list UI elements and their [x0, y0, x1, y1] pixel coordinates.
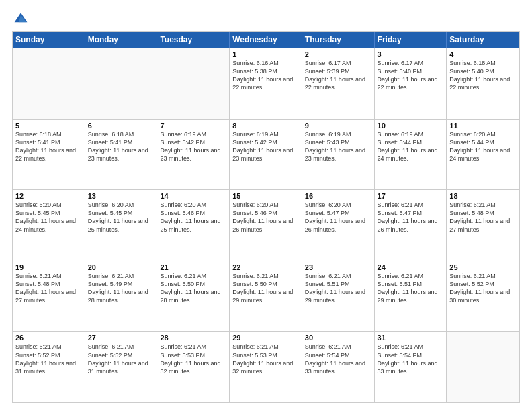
- calendar-cell: [157, 48, 230, 119]
- cell-info: Sunrise: 6:18 AMSunset: 5:41 PMDaylight:…: [15, 130, 82, 163]
- calendar-cell: 19Sunrise: 6:21 AMSunset: 5:48 PMDayligh…: [13, 261, 85, 332]
- cell-info: Sunrise: 6:21 AMSunset: 5:53 PMDaylight:…: [160, 342, 226, 375]
- cell-day-number: 31: [378, 334, 444, 342]
- calendar-body: 1Sunrise: 6:16 AMSunset: 5:38 PMDaylight…: [13, 48, 519, 402]
- cell-day-number: 27: [88, 334, 154, 342]
- cell-info: Sunrise: 6:21 AMSunset: 5:47 PMDaylight:…: [378, 201, 444, 234]
- calendar-cell: 9Sunrise: 6:19 AMSunset: 5:43 PMDaylight…: [302, 120, 375, 190]
- calendar-cell: [85, 48, 158, 119]
- calendar-cell: 24Sunrise: 6:21 AMSunset: 5:51 PMDayligh…: [375, 261, 447, 332]
- cell-day-number: 2: [305, 50, 371, 58]
- cell-info: Sunrise: 6:21 AMSunset: 5:51 PMDaylight:…: [305, 272, 371, 305]
- weekday-header: Saturday: [447, 32, 519, 48]
- calendar-row: 26Sunrise: 6:21 AMSunset: 5:52 PMDayligh…: [13, 331, 519, 402]
- weekday-header: Monday: [85, 32, 158, 48]
- calendar-row: 19Sunrise: 6:21 AMSunset: 5:48 PMDayligh…: [13, 261, 519, 332]
- cell-info: Sunrise: 6:16 AMSunset: 5:38 PMDaylight:…: [232, 59, 299, 92]
- calendar-cell: [13, 48, 85, 119]
- cell-info: Sunrise: 6:18 AMSunset: 5:41 PMDaylight:…: [88, 130, 154, 163]
- cell-day-number: 19: [15, 263, 82, 271]
- calendar-cell: 15Sunrise: 6:20 AMSunset: 5:46 PMDayligh…: [230, 190, 302, 261]
- calendar-cell: 10Sunrise: 6:19 AMSunset: 5:44 PMDayligh…: [375, 120, 447, 190]
- calendar-cell: 3Sunrise: 6:17 AMSunset: 5:40 PMDaylight…: [375, 48, 447, 119]
- cell-info: Sunrise: 6:20 AMSunset: 5:46 PMDaylight:…: [232, 201, 299, 234]
- calendar-cell: 30Sunrise: 6:21 AMSunset: 5:54 PMDayligh…: [302, 332, 375, 402]
- calendar-cell: 25Sunrise: 6:21 AMSunset: 5:52 PMDayligh…: [447, 261, 519, 332]
- cell-day-number: 16: [305, 192, 371, 200]
- cell-day-number: 24: [378, 263, 444, 271]
- cell-day-number: 7: [160, 122, 226, 130]
- cell-info: Sunrise: 6:21 AMSunset: 5:50 PMDaylight:…: [160, 272, 226, 305]
- calendar-cell: 31Sunrise: 6:21 AMSunset: 5:54 PMDayligh…: [375, 332, 447, 402]
- weekday-header: Thursday: [302, 32, 375, 48]
- cell-day-number: 10: [378, 122, 444, 130]
- calendar-cell: 6Sunrise: 6:18 AMSunset: 5:41 PMDaylight…: [85, 120, 158, 190]
- cell-day-number: 3: [378, 50, 444, 58]
- calendar-cell: 18Sunrise: 6:21 AMSunset: 5:48 PMDayligh…: [447, 190, 519, 261]
- calendar-cell: 14Sunrise: 6:20 AMSunset: 5:46 PMDayligh…: [157, 190, 230, 261]
- cell-day-number: 22: [232, 263, 299, 271]
- calendar-cell: 17Sunrise: 6:21 AMSunset: 5:47 PMDayligh…: [375, 190, 447, 261]
- cell-day-number: 23: [305, 263, 371, 271]
- cell-info: Sunrise: 6:21 AMSunset: 5:52 PMDaylight:…: [15, 342, 82, 375]
- calendar-cell: 4Sunrise: 6:18 AMSunset: 5:40 PMDaylight…: [447, 48, 519, 119]
- cell-info: Sunrise: 6:19 AMSunset: 5:44 PMDaylight:…: [378, 130, 444, 163]
- calendar-cell: 27Sunrise: 6:21 AMSunset: 5:52 PMDayligh…: [85, 332, 158, 402]
- cell-day-number: 9: [305, 122, 371, 130]
- calendar-cell: [447, 332, 519, 402]
- cell-info: Sunrise: 6:20 AMSunset: 5:45 PMDaylight:…: [88, 201, 154, 234]
- cell-info: Sunrise: 6:19 AMSunset: 5:42 PMDaylight:…: [232, 130, 299, 163]
- calendar-cell: 21Sunrise: 6:21 AMSunset: 5:50 PMDayligh…: [157, 261, 230, 332]
- cell-info: Sunrise: 6:21 AMSunset: 5:48 PMDaylight:…: [449, 201, 517, 234]
- cell-info: Sunrise: 6:21 AMSunset: 5:50 PMDaylight:…: [232, 272, 299, 305]
- cell-info: Sunrise: 6:19 AMSunset: 5:43 PMDaylight:…: [305, 130, 371, 163]
- calendar-cell: 8Sunrise: 6:19 AMSunset: 5:42 PMDaylight…: [230, 120, 302, 190]
- calendar-cell: 16Sunrise: 6:20 AMSunset: 5:47 PMDayligh…: [302, 190, 375, 261]
- header: [12, 11, 520, 26]
- cell-day-number: 13: [88, 192, 154, 200]
- cell-info: Sunrise: 6:17 AMSunset: 5:40 PMDaylight:…: [378, 59, 444, 92]
- cell-day-number: 8: [232, 122, 299, 130]
- cell-day-number: 29: [232, 334, 299, 342]
- cell-info: Sunrise: 6:18 AMSunset: 5:40 PMDaylight:…: [449, 59, 517, 92]
- cell-day-number: 17: [378, 192, 444, 200]
- cell-info: Sunrise: 6:20 AMSunset: 5:45 PMDaylight:…: [15, 201, 82, 234]
- cell-info: Sunrise: 6:21 AMSunset: 5:53 PMDaylight:…: [232, 342, 299, 375]
- calendar: SundayMondayTuesdayWednesdayThursdayFrid…: [12, 31, 520, 403]
- calendar-cell: 13Sunrise: 6:20 AMSunset: 5:45 PMDayligh…: [85, 190, 158, 261]
- cell-info: Sunrise: 6:20 AMSunset: 5:47 PMDaylight:…: [305, 201, 371, 234]
- cell-info: Sunrise: 6:21 AMSunset: 5:52 PMDaylight:…: [449, 272, 517, 305]
- cell-day-number: 30: [305, 334, 371, 342]
- cell-info: Sunrise: 6:21 AMSunset: 5:52 PMDaylight:…: [88, 342, 154, 375]
- cell-day-number: 28: [160, 334, 226, 342]
- cell-info: Sunrise: 6:21 AMSunset: 5:51 PMDaylight:…: [378, 272, 444, 305]
- weekday-header: Tuesday: [157, 32, 230, 48]
- cell-day-number: 26: [15, 334, 82, 342]
- cell-day-number: 25: [449, 263, 517, 271]
- calendar-row: 12Sunrise: 6:20 AMSunset: 5:45 PMDayligh…: [13, 189, 519, 261]
- cell-info: Sunrise: 6:20 AMSunset: 5:44 PMDaylight:…: [449, 130, 517, 163]
- cell-info: Sunrise: 6:21 AMSunset: 5:54 PMDaylight:…: [378, 342, 444, 375]
- calendar-cell: 12Sunrise: 6:20 AMSunset: 5:45 PMDayligh…: [13, 190, 85, 261]
- calendar-cell: 23Sunrise: 6:21 AMSunset: 5:51 PMDayligh…: [302, 261, 375, 332]
- calendar-cell: 26Sunrise: 6:21 AMSunset: 5:52 PMDayligh…: [13, 332, 85, 402]
- calendar-cell: 11Sunrise: 6:20 AMSunset: 5:44 PMDayligh…: [447, 120, 519, 190]
- logo-icon: [13, 11, 28, 26]
- calendar-row: 1Sunrise: 6:16 AMSunset: 5:38 PMDaylight…: [13, 48, 519, 119]
- cell-day-number: 12: [15, 192, 82, 200]
- cell-day-number: 18: [449, 192, 517, 200]
- cell-day-number: 11: [449, 122, 517, 130]
- cell-info: Sunrise: 6:21 AMSunset: 5:49 PMDaylight:…: [88, 272, 154, 305]
- cell-day-number: 21: [160, 263, 226, 271]
- calendar-cell: 5Sunrise: 6:18 AMSunset: 5:41 PMDaylight…: [13, 120, 85, 190]
- cell-day-number: 14: [160, 192, 226, 200]
- cell-info: Sunrise: 6:19 AMSunset: 5:42 PMDaylight:…: [160, 130, 226, 163]
- calendar-cell: 1Sunrise: 6:16 AMSunset: 5:38 PMDaylight…: [230, 48, 302, 119]
- cell-day-number: 1: [232, 50, 299, 58]
- cell-day-number: 4: [449, 50, 517, 58]
- cell-info: Sunrise: 6:21 AMSunset: 5:54 PMDaylight:…: [305, 342, 371, 375]
- cell-info: Sunrise: 6:20 AMSunset: 5:46 PMDaylight:…: [160, 201, 226, 234]
- cell-day-number: 5: [15, 122, 82, 130]
- weekday-header: Sunday: [13, 32, 85, 48]
- cell-info: Sunrise: 6:21 AMSunset: 5:48 PMDaylight:…: [15, 272, 82, 305]
